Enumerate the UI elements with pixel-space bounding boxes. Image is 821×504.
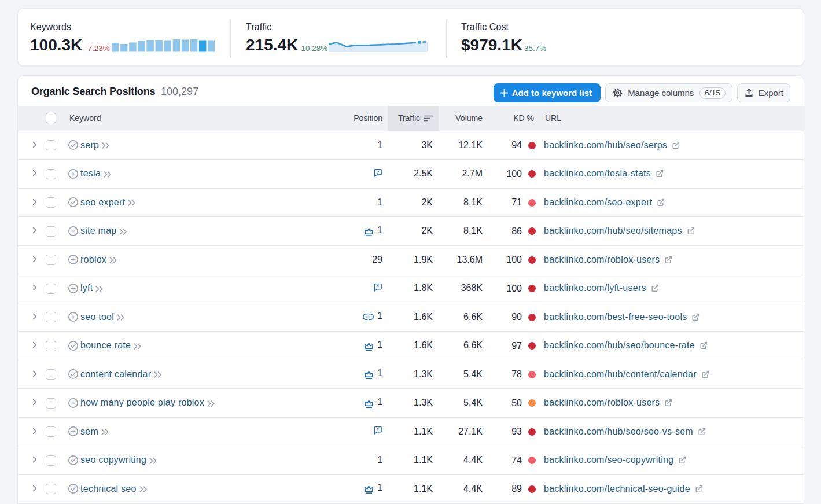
svg-text:?: ? (377, 284, 380, 289)
svg-text:?: ? (377, 427, 380, 432)
svg-text:?: ? (377, 169, 380, 174)
